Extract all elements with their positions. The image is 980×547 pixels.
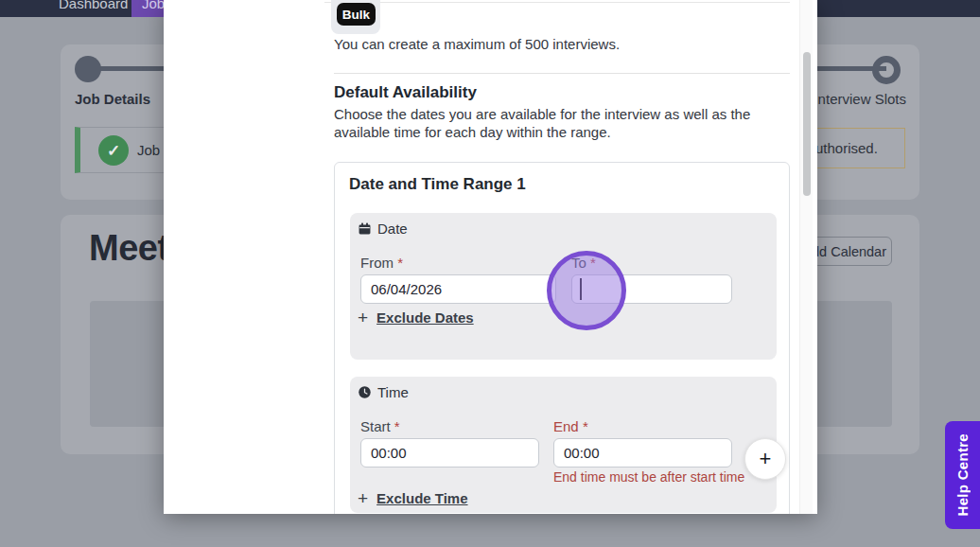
section-divider — [334, 73, 790, 74]
to-date-input[interactable] — [571, 274, 732, 304]
help-centre-button[interactable]: Help Centre — [945, 421, 980, 529]
plus-icon: + — [358, 489, 368, 507]
nav-tab-dashboard[interactable]: Dashboard — [59, 0, 128, 17]
time-section: Time Start * End * End time must be afte… — [350, 377, 777, 513]
required-marker: * — [397, 255, 403, 271]
from-date-input[interactable] — [360, 274, 556, 304]
default-availability-description: Choose the dates you are available for t… — [334, 105, 794, 141]
stepper-label-job-details: Job Details — [75, 91, 150, 107]
end-time-label: End * — [553, 418, 588, 434]
exclude-time-label: Exclude Time — [376, 490, 467, 506]
add-calendar-button[interactable]: dd Calendar — [806, 237, 892, 266]
date-section: Date From * To * + Exclude Dates — [350, 213, 777, 360]
bulk-interview-modal: Bulk You can create a maximum of 500 int… — [164, 0, 817, 514]
to-date-label: To * — [571, 255, 596, 271]
required-marker: * — [583, 418, 588, 434]
bulk-toggle-button[interactable]: Bulk — [337, 3, 376, 26]
time-section-header: Time — [358, 384, 409, 400]
date-section-header: Date — [358, 221, 408, 237]
required-marker: * — [394, 418, 400, 434]
required-marker: * — [590, 255, 596, 271]
check-icon: ✓ — [98, 135, 129, 166]
plus-icon: + — [760, 447, 772, 471]
warning-alert-text: uthorised. — [815, 140, 878, 156]
modal-scrollbar-track[interactable] — [799, 0, 813, 514]
time-section-label: Time — [377, 384, 409, 400]
help-centre-label: Help Centre — [954, 433, 971, 517]
text-cursor — [580, 278, 582, 300]
exclude-dates-link[interactable]: + Exclude Dates — [358, 309, 474, 326]
stepper-step-job-details-dot[interactable] — [75, 56, 101, 82]
default-availability-title: Default Availability — [334, 83, 477, 102]
bulk-toggle-label: Bulk — [342, 8, 370, 22]
end-time-input[interactable] — [553, 438, 732, 468]
interview-limit-note: You can create a maximum of 500 intervie… — [334, 36, 620, 52]
nav-tab-dashboard-label: Dashboard — [59, 0, 128, 11]
from-date-label: From * — [360, 255, 403, 271]
date-section-label: Date — [377, 221, 408, 237]
add-calendar-button-label: dd Calendar — [812, 244, 886, 259]
calendar-icon — [358, 221, 372, 236]
plus-icon: + — [358, 309, 368, 326]
date-time-range-card: Date and Time Range 1 Date From * — [334, 162, 790, 514]
exclude-time-link[interactable]: + Exclude Time — [358, 489, 468, 507]
modal-scrollbar-thumb[interactable] — [803, 52, 811, 196]
stepper-label-interview-slots: Interview Slots — [814, 91, 906, 107]
start-time-input[interactable] — [360, 438, 539, 468]
exclude-dates-label: Exclude Dates — [376, 309, 474, 326]
start-time-label: Start * — [360, 418, 400, 434]
end-time-error-message: End time must be after start time — [553, 469, 744, 485]
modal-top-divider — [324, 2, 790, 3]
add-time-range-button[interactable]: + — [744, 438, 786, 480]
date-time-range-title: Date and Time Range 1 — [349, 175, 526, 194]
stepper-step-interview-slots-ring[interactable] — [872, 56, 901, 84]
clock-icon — [358, 385, 372, 399]
